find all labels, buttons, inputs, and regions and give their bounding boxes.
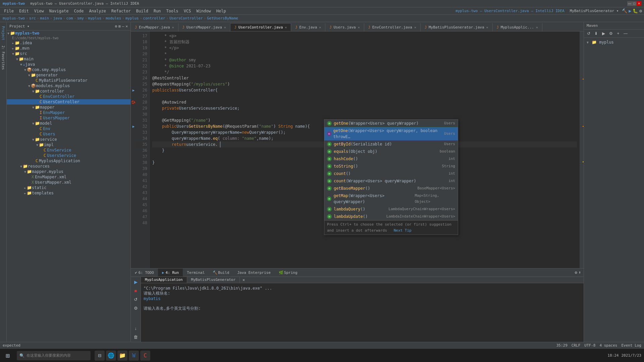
ac-item-hashcode[interactable]: m hashCode() int: [324, 155, 458, 163]
run-tab-close[interactable]: ✕: [241, 277, 246, 283]
minimize-button[interactable]: —: [627, 1, 632, 6]
menu-window[interactable]: Window: [194, 8, 213, 14]
ac-item-getbyid[interactable]: m getById(Serializable id) Users: [324, 140, 458, 148]
tree-controller[interactable]: ▼ 📁 controller: [7, 88, 130, 94]
ac-item-tostring[interactable]: m toString() String: [324, 163, 458, 170]
ac-item-getone2[interactable]: m getOne(Wrapper<Users> queryWrapper, bo…: [324, 127, 458, 140]
tree-mapper-res[interactable]: ▼ 📁 mapper.myplus: [7, 169, 130, 174]
ac-item-getbasemapper[interactable]: m getBaseMapper() BaseMapper<Users>: [324, 185, 458, 192]
tree-usersservice[interactable]: C UsersService: [7, 153, 130, 158]
tree-resources[interactable]: ▼ 📁 resources: [7, 164, 130, 169]
toolbar-run-icon[interactable]: ▶: [629, 8, 631, 13]
tree-java[interactable]: ▼ ☕ java: [7, 62, 130, 67]
code-area[interactable]: * <p> * 首届控制器 * </p> *: [150, 32, 580, 268]
toolbar-build-icon[interactable]: 🔨: [622, 8, 627, 13]
tab-close-envmapper[interactable]: ✕: [172, 25, 174, 29]
taskbar-folder-icon[interactable]: 📁: [117, 351, 127, 361]
tree-package[interactable]: ▼ 📦 com.smy.myplus: [7, 67, 130, 72]
menu-code[interactable]: Code: [71, 8, 87, 14]
autocomplete-popup[interactable]: m getOne(Wrapper<Users> queryWrapper) Us…: [324, 119, 458, 235]
tree-model[interactable]: ▼ 📁 model: [7, 121, 130, 126]
bc-controller[interactable]: controller: [143, 16, 165, 20]
tab-close-env[interactable]: ✕: [319, 25, 321, 29]
ac-item-count1[interactable]: m count() int: [324, 170, 458, 177]
bc-main[interactable]: main: [40, 16, 49, 20]
menu-view[interactable]: View: [32, 8, 47, 14]
sidebar-close-icon[interactable]: ✕: [125, 24, 128, 28]
menu-refactor[interactable]: Refactor: [109, 8, 133, 14]
tab-close-myplusapp[interactable]: ✕: [536, 25, 538, 29]
ac-item-getone1[interactable]: m getOne(Wrapper<Users> queryWrapper) Us…: [324, 120, 458, 127]
toolbar-debug-icon[interactable]: 🐛: [633, 8, 638, 13]
run-tab-mybatisgen[interactable]: MyBatisPlusGenerator: [187, 277, 240, 283]
tree-usersmapper[interactable]: I UsersMapper: [7, 115, 130, 121]
maven-refresh-button[interactable]: ↺: [585, 30, 592, 37]
status-position[interactable]: 35:29: [556, 343, 568, 348]
tab-build[interactable]: 🔨 Build: [209, 268, 233, 277]
ac-item-lambdaupdate[interactable]: m lambdaUpdate() LambdaIndateChainWrappe…: [324, 213, 458, 220]
maven-run-button[interactable]: ▶: [600, 30, 607, 37]
taskbar-browser-icon[interactable]: 🌐: [106, 351, 116, 361]
tree-mvn[interactable]: ► 📁 .mvn: [7, 46, 130, 51]
close-button[interactable]: ✕: [637, 1, 641, 6]
tab-close-users[interactable]: ✕: [358, 25, 360, 29]
tab-javaenterprise[interactable]: Java Enterprise: [233, 268, 274, 277]
menu-vcs[interactable]: VCS: [181, 8, 194, 14]
status-indent[interactable]: 4 spaces: [599, 343, 617, 348]
tree-main[interactable]: ▼ 📁 main: [7, 56, 130, 62]
gutter-26-run[interactable]: ▶: [132, 87, 135, 93]
tab-env[interactable]: J Env.java ✕: [291, 23, 325, 31]
ac-item-getmap[interactable]: m getMap(Wrapper<Users> queryWrapper) Ma…: [324, 192, 458, 205]
tab-envmapper[interactable]: J EnvMapper.java ✕: [131, 23, 178, 31]
tab-todo[interactable]: ✔ 6: TODO: [131, 268, 158, 277]
taskbar-chrome-icon[interactable]: C: [140, 351, 150, 361]
tab-close-envcontroller[interactable]: ✕: [414, 25, 416, 29]
start-button[interactable]: ⊞: [3, 351, 13, 361]
tree-myplusapp[interactable]: C MyplusApplication: [7, 158, 130, 164]
bc-src[interactable]: src: [29, 16, 36, 20]
tree-mapper[interactable]: ▼ 📁 mapper: [7, 105, 130, 110]
menu-analyze[interactable]: Analyze: [86, 8, 109, 14]
tree-modules[interactable]: ▼ 📦 modules.myplus: [7, 83, 130, 88]
tab-run[interactable]: ▶ 4: Run: [158, 268, 183, 277]
menu-build[interactable]: Build: [133, 8, 151, 14]
tab-userscontroller[interactable]: J UsersController.java ✕: [230, 23, 291, 31]
bc-project[interactable]: myplus-two: [3, 16, 25, 20]
run-stop-button[interactable]: ■: [132, 287, 140, 294]
tab-close-usersmapper[interactable]: ✕: [224, 25, 226, 29]
ac-item-equals[interactable]: m equals(Object obj) boolean: [324, 148, 458, 155]
tree-envmapper-xml[interactable]: X EnvMapper.xml: [7, 174, 130, 180]
tree-generator[interactable]: ▼ 📁 generator: [7, 72, 130, 78]
maven-item-myplus[interactable]: ▼ 📁 myplus: [585, 39, 643, 45]
tab-terminal[interactable]: Terminal: [183, 268, 209, 277]
run-tab-myplusapp[interactable]: MyplusApplication: [141, 277, 187, 283]
tab-usersmapper[interactable]: J UsersMapper.java ✕: [178, 23, 230, 31]
bc-java[interactable]: java: [53, 16, 62, 20]
maven-collapse-button[interactable]: —: [622, 30, 629, 37]
bc-smy[interactable]: smy: [77, 16, 84, 20]
bc-modules[interactable]: modules: [106, 16, 121, 20]
tab-users[interactable]: J Users.java ✕: [325, 23, 364, 31]
sidebar-settings-icon[interactable]: ⚙: [115, 24, 117, 28]
maven-expand-button[interactable]: +: [615, 30, 622, 37]
bc-getusersbyname[interactable]: GetUsersByName: [207, 16, 238, 20]
tree-users[interactable]: C Users: [7, 131, 130, 137]
tree-envmapper[interactable]: I EnvMapper: [7, 110, 130, 115]
tree-root[interactable]: ▼ 📁 myplus-two: [7, 31, 130, 36]
bc-myplus2[interactable]: myplus: [125, 16, 139, 20]
sidebar-collapse-icon[interactable]: —: [122, 24, 124, 28]
sidebar-expand-icon[interactable]: ⊞: [118, 24, 121, 28]
menu-help[interactable]: Help: [214, 8, 229, 14]
tab-close-userscontroller[interactable]: ✕: [285, 25, 287, 29]
status-encoding[interactable]: UTF-8: [584, 343, 595, 348]
tree-idea[interactable]: ► 📁 .idea: [7, 40, 130, 46]
taskbar-task-icon[interactable]: ⊟: [95, 351, 105, 361]
maven-download-button[interactable]: ⬇: [593, 30, 599, 37]
menu-file[interactable]: File: [1, 8, 16, 14]
bc-com[interactable]: com: [66, 16, 73, 20]
run-scroll-button[interactable]: ↓: [132, 324, 140, 332]
tree-userscontroller[interactable]: C UsersController: [7, 99, 130, 105]
tree-usersmapper-xml[interactable]: X UsersMapper.xml: [7, 180, 130, 185]
tree-src[interactable]: ▼ 📁 src: [7, 51, 130, 56]
tree-envcontroller[interactable]: C EnvController: [7, 94, 130, 99]
